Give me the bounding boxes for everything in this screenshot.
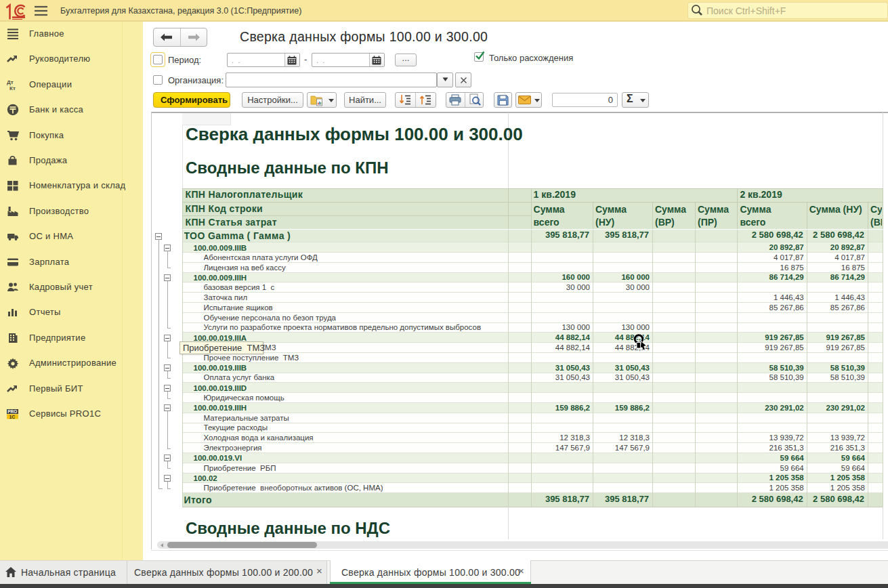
svg-text:PRO: PRO bbox=[7, 409, 17, 414]
svg-text:Кт: Кт bbox=[9, 85, 16, 91]
svg-text:Дт: Дт bbox=[7, 79, 14, 85]
svg-text:1C: 1C bbox=[9, 415, 16, 419]
